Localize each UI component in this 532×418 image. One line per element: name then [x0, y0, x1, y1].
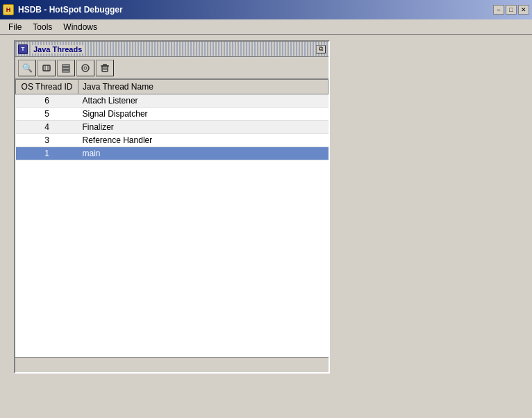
cell-java-thread-name: Finalizer [78, 121, 329, 134]
col-header-java-thread-name: Java Thread Name [78, 80, 329, 94]
cell-os-thread-id: 5 [16, 108, 78, 121]
menu-file[interactable]: File [3, 21, 27, 33]
window-restore-button[interactable]: ⧉ [316, 45, 326, 53]
cell-os-thread-id: 3 [16, 134, 78, 147]
cell-java-thread-name: Attach Listener [78, 94, 329, 108]
cell-os-thread-id: 1 [16, 147, 78, 160]
main-area: T Java Threads ⧉ 🔍 [0, 35, 532, 418]
svg-point-7 [84, 67, 87, 69]
table-row[interactable]: 6Attach Listener [16, 94, 329, 108]
table-row[interactable]: 5Signal Dispatcher [16, 108, 329, 121]
table-row[interactable]: 1main [16, 147, 329, 160]
inspect-button[interactable] [76, 60, 94, 76]
app-icon: H [3, 4, 14, 15]
memory-button[interactable] [38, 60, 56, 76]
java-threads-window: T Java Threads ⧉ 🔍 [14, 40, 330, 374]
svg-rect-4 [63, 67, 69, 69]
delete-button[interactable] [96, 60, 114, 76]
status-bar [15, 357, 329, 372]
stack-button[interactable] [57, 60, 75, 76]
cell-java-thread-name: main [78, 147, 329, 160]
cell-os-thread-id: 6 [16, 94, 78, 108]
table-row[interactable]: 4Finalizer [16, 121, 329, 134]
title-bar: H HSDB - HotSpot Debugger − □ ✕ [0, 0, 532, 19]
thread-table: OS Thread ID Java Thread Name 6Attach Li… [15, 79, 329, 160]
svg-rect-5 [63, 70, 69, 72]
toolbar: 🔍 [15, 57, 329, 79]
menu-tools[interactable]: Tools [27, 21, 58, 33]
thread-table-container[interactable]: OS Thread ID Java Thread Name 6Attach Li… [15, 79, 329, 357]
maximize-button[interactable]: □ [506, 5, 517, 15]
window-title-bar: T Java Threads ⧉ [15, 42, 329, 57]
window-icon: T [18, 44, 28, 54]
col-header-os-thread-id: OS Thread ID [16, 80, 78, 94]
menu-windows[interactable]: Windows [58, 21, 103, 33]
table-row[interactable]: 3Reference Handler [16, 134, 329, 147]
svg-rect-3 [63, 65, 69, 67]
svg-rect-0 [43, 65, 50, 71]
cell-java-thread-name: Reference Handler [78, 134, 329, 147]
window-title: Java Threads [31, 45, 85, 53]
svg-point-6 [82, 65, 89, 72]
menu-bar: File Tools Windows [0, 19, 532, 35]
title-controls: − □ ✕ [493, 5, 529, 15]
close-button[interactable]: ✕ [518, 5, 529, 15]
minimize-button[interactable]: − [493, 5, 504, 15]
cell-java-thread-name: Signal Dispatcher [78, 108, 329, 121]
app-title: HSDB - HotSpot Debugger [18, 5, 123, 15]
search-button[interactable]: 🔍 [18, 60, 36, 76]
cell-os-thread-id: 4 [16, 121, 78, 134]
